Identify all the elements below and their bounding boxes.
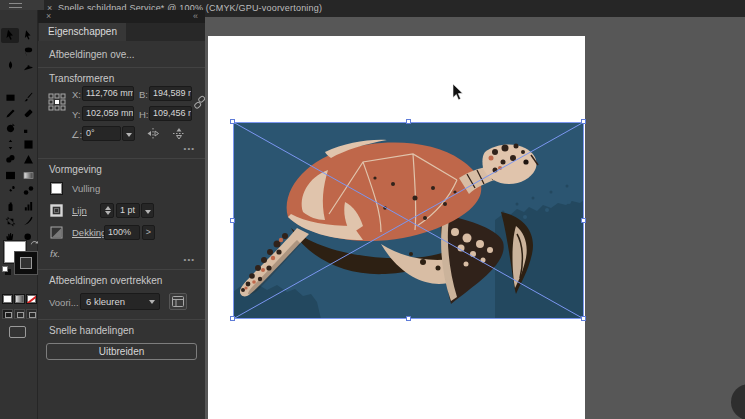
tools-grid [1, 28, 37, 245]
screen-mode-button[interactable] [9, 326, 26, 338]
transform-more-options[interactable]: ••• [184, 144, 195, 153]
tool-blend[interactable] [19, 183, 37, 198]
color-mode-button[interactable] [2, 294, 13, 304]
gradient-mode-button[interactable] [14, 294, 25, 304]
selection-handle-nw[interactable] [230, 119, 235, 124]
angle-dropdown-chevron-icon[interactable] [122, 126, 135, 141]
angle-label: ∠: [71, 129, 82, 140]
tool-magic-wand[interactable] [1, 44, 19, 59]
tool-curvature[interactable] [19, 59, 37, 74]
tool-rectangle[interactable] [1, 90, 19, 105]
selection-handle-s[interactable] [406, 316, 411, 321]
preset-dropdown-chevron-icon [149, 300, 155, 304]
flip-vertical-icon[interactable] [172, 127, 186, 140]
pencil-icon [4, 107, 17, 120]
panel-tab-bar: Eigenschappen [38, 23, 205, 41]
tool-mesh[interactable] [1, 168, 19, 183]
expand-button[interactable]: Uitbreiden [46, 343, 197, 360]
turtle-image[interactable] [233, 122, 584, 319]
stroke-swatch[interactable] [15, 252, 37, 274]
reference-point-locator[interactable] [48, 93, 66, 111]
stroke-link[interactable]: Lijn [72, 205, 87, 216]
paintbrush-icon [22, 91, 35, 104]
selection-handle-w[interactable] [230, 218, 235, 223]
fx-button[interactable]: fx. [50, 248, 60, 259]
opacity-expand-button[interactable]: > [142, 225, 155, 240]
selected-traced-image[interactable] [233, 122, 584, 319]
selection-handle-n[interactable] [406, 119, 411, 124]
tool-direct-selection[interactable] [19, 28, 37, 43]
height-field[interactable]: 109,456 mm [149, 106, 192, 121]
tool-eraser[interactable] [19, 106, 37, 121]
curvature-icon [22, 60, 35, 73]
stroke-weight-stepper[interactable] [100, 203, 114, 218]
appearance-more-options[interactable]: ••• [184, 255, 195, 264]
tool-symbol-sprayer[interactable] [1, 199, 19, 214]
corner-overlay-blob [731, 384, 745, 419]
panel-body: Afbeeldingen ove... Transformeren X: 112… [38, 41, 205, 419]
tab-eigenschappen[interactable]: Eigenschappen [39, 23, 126, 41]
y-field[interactable]: 102,059 mm [82, 106, 134, 121]
tool-rotate[interactable] [1, 121, 19, 136]
drawing-mode-buttons [2, 309, 38, 319]
selection-handle-sw[interactable] [230, 316, 235, 321]
default-fill-stroke-icon[interactable] [2, 266, 11, 275]
tool-eyedropper[interactable] [1, 183, 19, 198]
free-transform-icon [22, 138, 35, 151]
mesh-icon [4, 169, 17, 182]
tool-paintbrush[interactable] [19, 90, 37, 105]
none-mode-button[interactable] [26, 294, 37, 304]
tool-gradient[interactable] [19, 168, 37, 183]
draw-behind-button[interactable] [14, 309, 25, 319]
flip-horizontal-icon[interactable] [146, 127, 160, 140]
tool-type[interactable] [1, 75, 19, 90]
image-trace-panel-button[interactable] [169, 293, 187, 310]
link-dimensions-icon[interactable] [194, 93, 205, 113]
properties-panel: × « Eigenschappen Afbeeldingen ove... Tr… [38, 10, 205, 419]
fill-color-swatch[interactable] [50, 182, 63, 195]
width-field[interactable]: 194,589 mm [149, 86, 192, 101]
selection-handle-se[interactable] [581, 316, 586, 321]
draw-inside-button[interactable] [26, 309, 37, 319]
fill-label: Vulling [72, 183, 100, 194]
opacity-link[interactable]: Dekking [72, 227, 106, 238]
tool-column-graph[interactable] [19, 199, 37, 214]
stroke-weight-field[interactable]: 1 pt [116, 203, 140, 218]
tool-shape-builder[interactable] [1, 152, 19, 167]
pen-icon [4, 60, 17, 73]
selection-handle-ne[interactable] [581, 119, 586, 124]
stroke-proxy-icon[interactable] [50, 204, 63, 217]
type-icon [4, 76, 17, 89]
direct-selection-icon [22, 29, 35, 42]
gradient-icon [22, 169, 35, 182]
tool-lasso[interactable] [19, 44, 37, 59]
tool-free-transform[interactable] [19, 137, 37, 152]
x-label: X: [72, 89, 81, 100]
angle-field[interactable]: 0° [82, 126, 121, 141]
opacity-field[interactable]: 100% [104, 225, 140, 240]
tool-width[interactable] [1, 137, 19, 152]
selection-handle-e[interactable] [581, 218, 586, 223]
document-canvas[interactable] [205, 17, 745, 419]
tool-line-segment[interactable] [19, 75, 37, 90]
tool-pencil[interactable] [1, 106, 19, 121]
tool-slice[interactable] [19, 214, 37, 229]
draw-normal-button[interactable] [2, 309, 13, 319]
opacity-icon[interactable] [50, 226, 63, 239]
shape-builder-icon [4, 153, 17, 166]
tool-scale[interactable] [19, 121, 37, 136]
tool-perspective-grid[interactable] [19, 152, 37, 167]
line-segment-icon [22, 76, 35, 89]
panel-collapse-icon[interactable]: « [193, 11, 198, 21]
stroke-weight-dropdown-chevron-icon[interactable] [141, 203, 154, 218]
panel-header: × « [38, 10, 205, 23]
tool-artboard[interactable] [1, 214, 19, 229]
tool-selection[interactable] [1, 28, 19, 43]
trace-preset-dropdown[interactable]: 6 kleuren [80, 293, 160, 310]
x-field[interactable]: 112,706 mm [82, 86, 134, 101]
toolbar-grip[interactable] [9, 3, 22, 8]
slice-icon [22, 215, 35, 228]
tools-panel [0, 10, 38, 419]
panel-close-icon[interactable]: × [46, 11, 51, 21]
tool-pen[interactable] [1, 59, 19, 74]
